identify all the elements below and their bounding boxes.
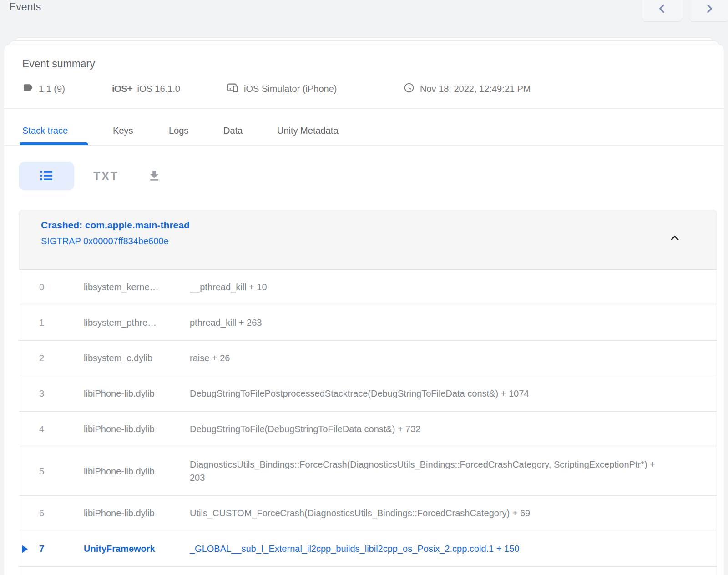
device-badge-label: iOS Simulator (iPhone) (244, 84, 337, 94)
chevron-right-icon (703, 3, 715, 16)
crash-signal-subtitle: SIGTRAP 0x00007ff834be600e (41, 236, 717, 247)
stack-frame-row[interactable]: 1 libsystem_pthre… pthread_kill + 263 (19, 305, 717, 341)
stack-frame-row[interactable]: 2 libsystem_c.dylib raise + 26 (19, 341, 717, 376)
frame-index: 2 (39, 352, 84, 365)
stack-frame-row[interactable]: 7 UnityFramework _GLOBAL__sub_I_External… (19, 531, 717, 567)
frame-symbol: _GLOBAL__sub_I_External_il2cpp_builds_li… (190, 542, 663, 555)
device-icon (227, 81, 239, 96)
stack-frame-row[interactable]: 6 libiPhone-lib.dylib Utils_CUSTOM_Force… (19, 496, 717, 531)
page-title: Events (9, 1, 41, 13)
frame-symbol: DebugStringToFile(DebugStringToFileData … (190, 423, 663, 436)
crash-thread-title: Crashed: com.apple.main-thread (41, 220, 717, 231)
clock-icon (403, 82, 415, 96)
stack-frame-row[interactable]: 0 libsystem_kerne… __pthread_kill + 10 (19, 270, 717, 305)
chevron-left-icon (656, 3, 668, 16)
frame-library: libsystem_c.dylib (84, 352, 190, 365)
timestamp-badge-label: Nov 18, 2022, 12:49:21 PM (420, 84, 531, 94)
next-event-button[interactable] (689, 0, 728, 22)
frame-symbol: __pthread_kill + 10 (190, 281, 663, 294)
stack-trace-card: Crashed: com.apple.main-thread SIGTRAP 0… (19, 210, 717, 575)
stack-frame-list: 0 libsystem_kerne… __pthread_kill + 10 1… (19, 270, 717, 567)
tab-logs[interactable]: Logs (169, 116, 188, 145)
collapse-thread-button[interactable] (665, 228, 685, 248)
frame-library: libsystem_pthre… (84, 316, 190, 329)
previous-event-button[interactable] (642, 0, 682, 22)
download-button[interactable] (141, 165, 168, 187)
frame-symbol: raise + 26 (190, 352, 663, 365)
download-icon (147, 169, 161, 184)
txt-view-toggle-button[interactable]: TXT (84, 166, 128, 186)
list-view-toggle-button[interactable] (19, 162, 74, 190)
os-badge-label: iOS 16.1.0 (137, 84, 180, 94)
frame-index: 4 (39, 423, 84, 436)
stack-frame-row[interactable]: 3 libiPhone-lib.dylib DebugStringToFileP… (19, 376, 717, 412)
stack-frame-row[interactable]: 5 libiPhone-lib.dylib DiagnosticsUtils_B… (19, 447, 717, 496)
tabs-divider (4, 145, 724, 146)
stack-frame-row[interactable]: 4 libiPhone-lib.dylib DebugStringToFile(… (19, 412, 717, 447)
event-card: Event summary 1.1 (9) iOS+ iOS 16.1.0 iO… (4, 44, 724, 575)
version-badge-label: 1.1 (9) (39, 84, 65, 94)
tab-keys[interactable]: Keys (113, 116, 133, 145)
frame-symbol: pthread_kill + 263 (190, 316, 663, 329)
topbar: Events (0, 0, 728, 27)
frame-symbol: Utils_CUSTOM_ForceCrash(DiagnosticsUtils… (190, 507, 663, 520)
frame-index: 6 (39, 507, 84, 520)
frame-library: libiPhone-lib.dylib (84, 423, 190, 436)
summary-divider (4, 108, 724, 109)
tab-data[interactable]: Data (223, 116, 243, 145)
frame-index: 0 (39, 281, 84, 294)
crash-thread-header: Crashed: com.apple.main-thread SIGTRAP 0… (19, 210, 717, 270)
frame-symbol: DiagnosticsUtils_Bindings::ForceCrash(Di… (190, 458, 663, 484)
tag-icon (22, 82, 34, 96)
list-icon (39, 169, 54, 183)
event-summary-heading: Event summary (22, 58, 95, 70)
frame-symbol: DebugStringToFilePostprocessedStacktrace… (190, 387, 663, 400)
frame-library: libiPhone-lib.dylib (84, 387, 190, 400)
frame-index: 7 (39, 542, 84, 555)
device-badge: iOS Simulator (iPhone) (227, 81, 337, 96)
version-badge: 1.1 (9) (22, 81, 65, 96)
frame-library: libiPhone-lib.dylib (84, 465, 190, 478)
frame-library: UnityFramework (84, 542, 190, 555)
os-badge: iOS+ iOS 16.1.0 (112, 81, 180, 96)
frame-index: 3 (39, 387, 84, 400)
frame-library: libiPhone-lib.dylib (84, 507, 190, 520)
timestamp-badge: Nov 18, 2022, 12:49:21 PM (403, 81, 531, 96)
tab-stack-trace[interactable]: Stack trace (22, 116, 68, 145)
frame-index: 1 (39, 316, 84, 329)
frame-index: 5 (39, 465, 84, 478)
tab-unity-metadata[interactable]: Unity Metadata (277, 116, 339, 145)
frame-library: libsystem_kerne… (84, 281, 190, 294)
ios-platform-icon: iOS+ (112, 83, 132, 94)
crash-frame-marker-icon (22, 545, 28, 553)
chevron-up-icon (668, 232, 681, 246)
